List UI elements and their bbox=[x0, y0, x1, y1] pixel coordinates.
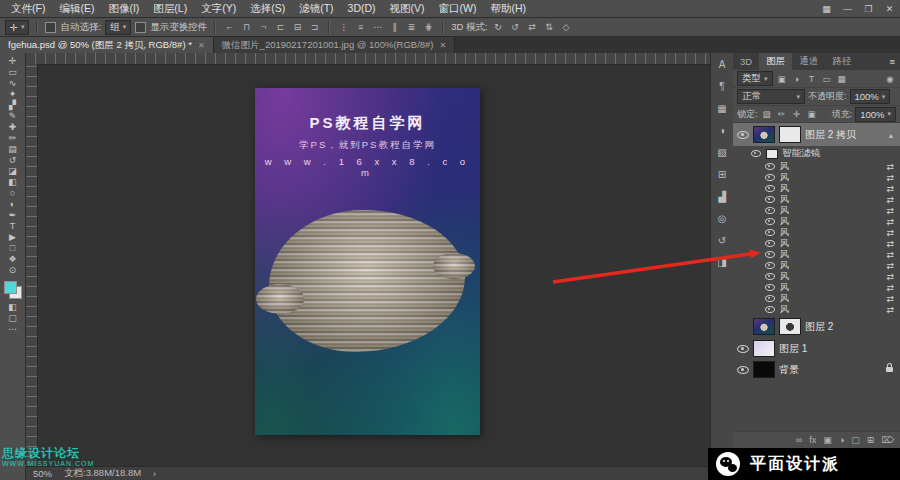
tab-paths[interactable]: 路径 bbox=[825, 53, 858, 70]
wind-filter-row[interactable]: 风⇄ bbox=[733, 227, 900, 238]
tab-layers[interactable]: 图层 bbox=[759, 53, 792, 70]
lock-all-icon[interactable]: ▣ bbox=[806, 109, 818, 119]
ruler-horizontal[interactable] bbox=[26, 53, 710, 65]
filter-blend-options-icon[interactable]: ⇄ bbox=[886, 195, 894, 205]
menu-item-view[interactable]: 视图(V) bbox=[383, 0, 432, 17]
filter-blend-options-icon[interactable]: ⇄ bbox=[886, 305, 894, 315]
visibility-toggle[interactable] bbox=[763, 207, 776, 214]
wind-filter-row[interactable]: 风⇄ bbox=[733, 161, 900, 172]
swatches-panel-icon[interactable]: ▦ bbox=[714, 102, 730, 115]
new-layer-icon[interactable]: ⊞ bbox=[867, 435, 875, 445]
distribute-bottom-icon[interactable]: ⋯ bbox=[371, 22, 384, 32]
workspace-icon[interactable]: ▦ bbox=[816, 4, 837, 14]
filter-blend-options-icon[interactable]: ⇄ bbox=[886, 173, 894, 183]
layer-row-background[interactable]: 背景 bbox=[733, 359, 900, 380]
slide-3d-icon[interactable]: ⇅ bbox=[543, 22, 556, 32]
delete-layer-icon[interactable]: ⌦ bbox=[881, 435, 894, 445]
visibility-toggle[interactable] bbox=[749, 150, 762, 157]
restore-button[interactable]: ❐ bbox=[858, 4, 879, 14]
visibility-toggle[interactable] bbox=[763, 306, 776, 313]
tab-3d[interactable]: 3D bbox=[733, 53, 759, 70]
eraser-tool[interactable]: ◪ bbox=[0, 166, 26, 177]
menu-item-3d[interactable]: 3D(D) bbox=[341, 0, 383, 17]
menu-item-help[interactable]: 帮助(H) bbox=[484, 0, 534, 17]
clone-source-panel-icon[interactable]: ⊞ bbox=[714, 168, 730, 181]
wind-filter-row[interactable]: 风⇄ bbox=[733, 216, 900, 227]
visibility-toggle[interactable] bbox=[736, 131, 749, 139]
filter-blend-options-icon[interactable]: ⇄ bbox=[886, 261, 894, 271]
dodge-tool[interactable]: ◐ bbox=[0, 199, 26, 210]
filter-type-icon[interactable]: T bbox=[806, 74, 818, 84]
menu-item-image[interactable]: 图像(I) bbox=[101, 0, 146, 17]
doc-tab-fgehua[interactable]: fgehua.psd @ 50% (图层 2 拷贝, RGB/8#) * ✕ bbox=[0, 37, 214, 53]
horizontal-type-tool[interactable]: T bbox=[0, 221, 26, 232]
character-panel-icon[interactable]: A bbox=[714, 58, 730, 71]
filter-blend-options-icon[interactable]: ⇄ bbox=[886, 184, 894, 194]
lock-position-icon[interactable]: ✛ bbox=[791, 109, 803, 119]
lock-transparency-icon[interactable]: ▨ bbox=[761, 109, 773, 119]
filter-blend-options-icon[interactable]: ⇄ bbox=[886, 283, 894, 293]
filter-adjustment-icon[interactable]: ◑ bbox=[791, 74, 803, 84]
filter-shape-icon[interactable]: ▭ bbox=[821, 74, 833, 84]
document-size-info[interactable]: 文档:3.88M/18.8M bbox=[64, 467, 141, 480]
panel-menu-icon[interactable]: ≡ bbox=[884, 53, 900, 70]
filter-blend-options-icon[interactable]: ⇄ bbox=[886, 217, 894, 227]
pan-3d-icon[interactable]: ⇄ bbox=[526, 22, 539, 32]
visibility-toggle[interactable] bbox=[736, 345, 749, 353]
filter-blend-options-icon[interactable]: ⇄ bbox=[886, 239, 894, 249]
zoom-level-field[interactable]: 50% bbox=[33, 468, 52, 479]
distribute-left-icon[interactable]: ∥ bbox=[388, 22, 401, 32]
menu-item-filter[interactable]: 滤镜(T) bbox=[292, 0, 340, 17]
layer-row-copy[interactable]: 图层 2 拷贝 ▴ bbox=[733, 123, 900, 146]
layer-thumbnail[interactable] bbox=[753, 318, 775, 335]
path-selection-tool[interactable]: ▶ bbox=[0, 232, 26, 243]
fill-dropdown[interactable]: 100% ▾ bbox=[855, 107, 896, 122]
distribute-middle-icon[interactable]: ≡ bbox=[354, 22, 367, 32]
navigator-panel-icon[interactable]: ◎ bbox=[714, 212, 730, 225]
align-center-h-icon[interactable]: ⊓ bbox=[240, 22, 253, 32]
align-right-icon[interactable]: ¬ bbox=[257, 22, 270, 32]
move-tool[interactable]: ✛ bbox=[0, 56, 26, 67]
filter-blend-options-icon[interactable]: ⇄ bbox=[886, 162, 894, 172]
filter-blend-options-icon[interactable]: ⇄ bbox=[886, 272, 894, 282]
layer-mask-icon[interactable]: ▣ bbox=[823, 435, 832, 445]
minimize-button[interactable]: — bbox=[837, 4, 858, 14]
menu-item-edit[interactable]: 编辑(E) bbox=[52, 0, 101, 17]
filter-blend-options-icon[interactable]: ⇄ bbox=[886, 228, 894, 238]
layer-style-icon[interactable]: fx bbox=[809, 435, 816, 445]
distribute-right-icon[interactable]: ⋕ bbox=[422, 22, 435, 32]
distribute-center-icon[interactable]: ≣ bbox=[405, 22, 418, 32]
menu-item-layer[interactable]: 图层(L) bbox=[146, 0, 194, 17]
zoom-tool[interactable]: ⊙ bbox=[0, 265, 26, 276]
foreground-color-swatch[interactable] bbox=[4, 281, 17, 294]
filter-blend-options-icon[interactable]: ⇄ bbox=[886, 294, 894, 304]
distribute-top-icon[interactable]: ⋮ bbox=[337, 22, 350, 32]
filter-type-dropdown[interactable]: 类型 ▾ bbox=[737, 71, 773, 86]
rectangular-marquee-tool[interactable]: ▭ bbox=[0, 67, 26, 78]
tab-channels[interactable]: 通道 bbox=[792, 53, 825, 70]
layer-thumbnail[interactable] bbox=[753, 126, 775, 143]
status-popup-icon[interactable]: › bbox=[153, 468, 156, 479]
layer-thumbnail[interactable] bbox=[753, 340, 775, 357]
wind-filter-row[interactable]: 风⇄ bbox=[733, 194, 900, 205]
wind-filter-row[interactable]: 风⇄ bbox=[733, 172, 900, 183]
tool-preset-button[interactable]: ✛ ▾ bbox=[5, 20, 29, 35]
align-left-icon[interactable]: ⌐ bbox=[223, 22, 236, 32]
wind-filter-row[interactable]: 风⇄ bbox=[733, 183, 900, 194]
color-swatches[interactable] bbox=[4, 281, 22, 299]
eyedropper-tool[interactable]: ✎ bbox=[0, 111, 26, 122]
clone-stamp-tool[interactable]: ▤ bbox=[0, 144, 26, 155]
auto-select-target-dropdown[interactable]: 组 ▾ bbox=[105, 20, 131, 35]
menu-item-type[interactable]: 文字(Y) bbox=[194, 0, 243, 17]
layer-mask-thumbnail[interactable] bbox=[779, 126, 801, 143]
ruler-vertical[interactable] bbox=[26, 64, 38, 466]
layer-mask-thumbnail[interactable] bbox=[779, 318, 801, 335]
orbit-3d-icon[interactable]: ↻ bbox=[492, 22, 505, 32]
libraries-panel-icon[interactable]: ▧ bbox=[714, 146, 730, 159]
auto-select-checkbox[interactable] bbox=[45, 22, 56, 33]
pen-tool[interactable]: ✒ bbox=[0, 210, 26, 221]
layer-name[interactable]: 图层 2 拷贝 bbox=[805, 128, 856, 142]
scale-3d-icon[interactable]: ◇ bbox=[560, 22, 573, 32]
layer-thumbnail[interactable] bbox=[753, 361, 775, 378]
filter-blend-options-icon[interactable]: ⇄ bbox=[886, 206, 894, 216]
